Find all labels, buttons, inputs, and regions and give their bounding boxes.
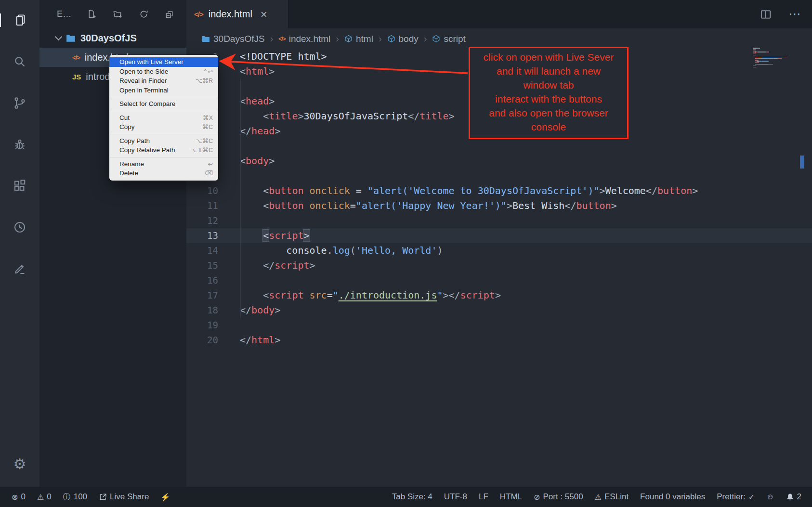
- menu-item-open-in-terminal[interactable]: Open in Terminal: [109, 86, 218, 95]
- activity-bar: ⚙: [0, 0, 39, 487]
- folder-row-30daysofjs[interactable]: 30DaysOfJS: [39, 28, 186, 48]
- js-file-icon: JS: [72, 73, 81, 81]
- code-line-17[interactable]: 17 <script src="./introduction.js"></scr…: [186, 288, 812, 303]
- indent-guide: [240, 79, 241, 318]
- code-line-13[interactable]: 13 <script>: [186, 228, 812, 243]
- code-text: </script>: [218, 258, 315, 273]
- live-share-button[interactable]: Live Share: [99, 492, 149, 502]
- eslint-status[interactable]: ⚠ ESLint: [595, 492, 629, 502]
- run-debug-icon[interactable]: [12, 137, 27, 152]
- status-bar: ⊗ 0 ⚠ 0 ⓘ 100 Live Share ⚡: [0, 487, 812, 507]
- annotation-text: click on open with Live Severand it will…: [470, 50, 627, 134]
- breadcrumb-item-html[interactable]: html: [344, 34, 373, 44]
- menu-item-cut[interactable]: Cut⌘X: [109, 113, 218, 123]
- eol-indicator[interactable]: LF: [479, 492, 488, 502]
- status-right: Tab Size: 4 UTF-8 LF HTML ⊘ Port : 5500 …: [392, 492, 801, 502]
- code-text: </head>: [218, 124, 280, 139]
- code-text: console.log('Hello, World'): [218, 243, 443, 258]
- line-number: 18: [186, 303, 218, 318]
- annotation-line: and also open the browser: [470, 106, 627, 120]
- code-text: <button onclick = "alert('Welcome to 30D…: [218, 183, 698, 198]
- menu-item-open-with-live-server[interactable]: Open with Live Server: [109, 57, 218, 67]
- code-line-18[interactable]: 18</body>: [186, 303, 812, 318]
- menu-item-shortcut: ⌘X: [203, 114, 213, 121]
- code-line-8[interactable]: 8<body>: [186, 154, 812, 169]
- refresh-icon[interactable]: [138, 9, 150, 20]
- pen-icon[interactable]: [12, 261, 27, 276]
- breadcrumb-item-file[interactable]: </> index.html: [278, 34, 330, 44]
- tab-index-html[interactable]: </> index.html ×: [186, 0, 288, 28]
- code-text: <title>30DaysOfJavaScript</title>: [218, 109, 455, 124]
- source-control-icon[interactable]: [12, 95, 27, 111]
- menu-item-label: Delete: [119, 169, 138, 177]
- close-icon[interactable]: ×: [261, 9, 267, 20]
- menu-item-label: Open to the Side: [119, 68, 168, 75]
- code-line-16[interactable]: 16: [186, 273, 812, 288]
- more-actions-icon[interactable]: ⋯: [788, 7, 801, 22]
- feedback-smiley[interactable]: ☺: [766, 493, 774, 501]
- menu-item-shortcut: ⌫: [204, 169, 213, 177]
- menu-item-reveal-in-finder[interactable]: Reveal in Finder⌥⌘R: [109, 76, 218, 86]
- tab-size-indicator[interactable]: Tab Size: 4: [392, 492, 432, 502]
- breadcrumb-item-script[interactable]: script: [432, 34, 465, 44]
- tab-label: index.html: [209, 9, 252, 20]
- menu-item-copy-path[interactable]: Copy Path⌥⌘C: [109, 136, 218, 146]
- problems-info[interactable]: ⓘ 100: [63, 492, 87, 502]
- menu-item-shortcut: ⌃↩: [203, 68, 213, 75]
- code-line-12[interactable]: 12: [186, 213, 812, 228]
- warning-count: 0: [47, 492, 51, 502]
- smiley-icon: ☺: [766, 493, 774, 501]
- menu-item-select-for-compare[interactable]: Select for Compare: [109, 99, 218, 109]
- breadcrumb: 30DaysOfJS › </> index.html › html ›: [186, 28, 812, 49]
- menu-item-label: Open in Terminal: [119, 87, 169, 94]
- problems-errors[interactable]: ⊗ 0: [12, 492, 26, 502]
- breadcrumb-item-body[interactable]: body: [387, 34, 419, 44]
- code-line-7[interactable]: 7: [186, 139, 812, 154]
- warning-icon: ⚠: [37, 493, 44, 502]
- minimap[interactable]: [753, 48, 798, 68]
- line-number: 10: [186, 183, 218, 198]
- info-count: 100: [74, 492, 87, 502]
- menu-item-copy[interactable]: Copy⌘C: [109, 122, 218, 132]
- breadcrumb-separator: ›: [270, 33, 274, 44]
- language-indicator[interactable]: HTML: [500, 492, 522, 502]
- menu-item-copy-relative-path[interactable]: Copy Relative Path⌥⇧⌘C: [109, 145, 218, 155]
- notifications[interactable]: 2: [786, 492, 801, 502]
- split-editor-icon[interactable]: [760, 8, 772, 21]
- menu-item-delete[interactable]: Delete⌫: [109, 169, 218, 178]
- new-file-icon[interactable]: [86, 9, 98, 20]
- code-line-19[interactable]: 19: [186, 318, 812, 333]
- variables-status[interactable]: Found 0 variables: [640, 492, 705, 502]
- explorer-header: E…: [39, 0, 186, 28]
- code-line-15[interactable]: 15 </script>: [186, 258, 812, 273]
- encoding-indicator[interactable]: UTF-8: [444, 492, 467, 502]
- chevron-down-icon: [55, 33, 63, 41]
- code-text: [218, 213, 240, 228]
- settings-gear-icon[interactable]: ⚙: [0, 455, 39, 472]
- live-server-port[interactable]: ⊘ Port : 5500: [534, 492, 583, 502]
- prettier-status[interactable]: Prettier: ✓: [717, 492, 755, 502]
- problems-warnings[interactable]: ⚠ 0: [37, 492, 52, 502]
- new-folder-icon[interactable]: [112, 9, 124, 20]
- extensions-icon[interactable]: [12, 178, 27, 194]
- html-file-icon: </>: [278, 36, 285, 42]
- annotation-line: click on open with Live Sever: [470, 50, 627, 64]
- code-line-11[interactable]: 11 <button onclick="alert('Happy New Yea…: [186, 198, 812, 213]
- code-text: [218, 79, 240, 94]
- clock-icon[interactable]: [12, 220, 27, 235]
- code-text: <!DOCTYPE html>: [218, 49, 327, 64]
- annotation-line: window tab: [470, 78, 627, 92]
- menu-item-rename[interactable]: Rename↩: [109, 159, 218, 169]
- breadcrumb-item-folder[interactable]: 30DaysOfJS: [202, 34, 265, 44]
- explorer-icon[interactable]: [12, 13, 27, 28]
- code-line-20[interactable]: 20</html>: [186, 333, 812, 348]
- search-icon[interactable]: [12, 54, 27, 69]
- menu-item-open-to-the-side[interactable]: Open to the Side⌃↩: [109, 67, 218, 77]
- zap-icon[interactable]: ⚡: [160, 493, 170, 502]
- collapse-all-icon[interactable]: [164, 9, 176, 20]
- code-line-9[interactable]: 9: [186, 169, 812, 183]
- code-line-14[interactable]: 14 console.log('Hello, World'): [186, 243, 812, 258]
- code-line-10[interactable]: 10 <button onclick = "alert('Welcome to …: [186, 183, 812, 198]
- line-number: 20: [186, 333, 218, 348]
- line-number: 14: [186, 243, 218, 258]
